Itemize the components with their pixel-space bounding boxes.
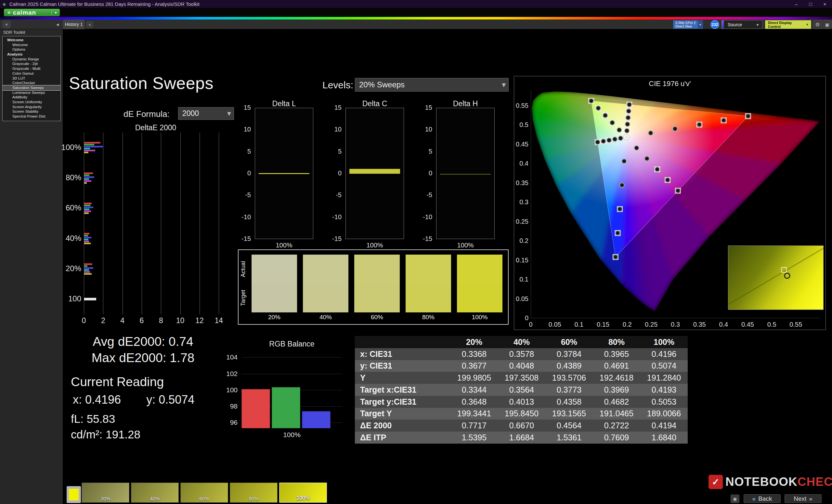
- cie-y-tick-label: 0.1: [500, 276, 528, 283]
- rgb-bar-blue: [302, 411, 331, 428]
- film-strip-patch-60%[interactable]: 60%: [180, 482, 228, 503]
- table-header-cell: 60%: [545, 336, 593, 348]
- cie-x-tick-label: 0.1: [569, 321, 589, 328]
- deltae-bar: [84, 146, 103, 147]
- source-dropdown-value: Source: [724, 22, 753, 27]
- cie-y-tick-label: 0.55: [500, 102, 528, 109]
- display-control-dropdown[interactable]: Direct Display Control ▾: [765, 20, 811, 29]
- sidebar-item-color-gamut[interactable]: Color Gamut: [3, 71, 60, 76]
- chevron-down-icon: ▾: [51, 10, 60, 15]
- sidebar-item-grayscale-multi[interactable]: Grayscale - Multi: [3, 66, 60, 71]
- levels-dropdown[interactable]: 20% Sweeps ▾: [355, 78, 509, 91]
- sidebar-item-screen-uniformity[interactable]: Screen Uniformity: [3, 100, 60, 105]
- sidebar-collapse-button[interactable]: ≡: [3, 21, 10, 28]
- de-formula-dropdown[interactable]: 2000 ▾: [178, 107, 234, 120]
- sidebar-item-analysis[interactable]: Analysis: [3, 52, 60, 57]
- rainbow-strip: [0, 17, 832, 20]
- sidebar-item-welcome[interactable]: Welcome: [3, 38, 60, 43]
- measurement-point: [617, 128, 621, 132]
- delta-h-y-tick-label: -15: [416, 235, 432, 243]
- table-cell: 0.3578: [498, 348, 545, 360]
- sidebar-item-dynamic-range[interactable]: Dynamic Range: [3, 57, 60, 62]
- sidebar-item-3d-lut[interactable]: 3D LUT: [3, 76, 60, 81]
- measurement-point: [595, 140, 600, 144]
- deltae-gridline: [103, 133, 103, 314]
- sidebar-item-screen-stability[interactable]: Screen Stability: [3, 109, 60, 114]
- saturation-swatch: [406, 255, 451, 312]
- add-tab-button[interactable]: +: [86, 22, 93, 28]
- deltae-bar: [84, 204, 90, 206]
- table-cell: 1.5361: [545, 431, 593, 444]
- menu-bar: ✳ calman ▾: [0, 8, 832, 17]
- film-strip-patch-100%[interactable]: 100%: [279, 482, 327, 503]
- film-strip-patch-20%[interactable]: 20%: [82, 482, 129, 503]
- deltae-bar: [84, 150, 95, 151]
- sidebar-item-luminance-sweeps[interactable]: Luminance Sweeps: [3, 90, 60, 95]
- calman-menu-button[interactable]: ✳ calman ▾: [4, 9, 60, 16]
- next-button[interactable]: Next »: [784, 494, 822, 503]
- measurement-point: [589, 99, 594, 103]
- sidebar-item-screen-angularity[interactable]: Screen Angularity: [3, 105, 60, 109]
- delta-h-y-tick-label: -10: [416, 213, 432, 221]
- tab-history-1[interactable]: History 1: [63, 20, 84, 29]
- rgb-y-tick-label: 96: [219, 419, 238, 426]
- measurement-point: [746, 114, 750, 118]
- sidebar-item-saturation-sweeps[interactable]: Saturation Sweeps: [3, 85, 60, 90]
- cie-x-tick-label: 0.3: [666, 321, 685, 328]
- table-header-cell: 100%: [640, 336, 688, 348]
- deltae-bar: [84, 211, 91, 212]
- meter-select-button[interactable]: X-Rite i1Pro 2 Direct View ▾: [673, 20, 703, 29]
- sidebar-item-welcome[interactable]: Welcome: [3, 43, 60, 48]
- table-cell: 0.3564: [498, 384, 545, 396]
- sidebar-item-spectral-power-dist-[interactable]: Spectral Power Dist.: [3, 114, 60, 119]
- cie-xlabels: 00.050.10.150.20.250.30.350.40.450.50.55: [531, 321, 820, 329]
- delta-l-y-tick-label: 5: [235, 148, 251, 155]
- layout-grid-button[interactable]: ▣: [823, 20, 831, 29]
- rgb-ylabels: 1041021009896: [218, 347, 239, 428]
- table-row-label: Y: [355, 372, 450, 384]
- maximize-button[interactable]: □: [803, 0, 818, 8]
- next-label: Next: [794, 495, 806, 502]
- film-strip-patch-80%[interactable]: 80%: [230, 482, 278, 503]
- cie-y-tick-label: 0.3: [500, 198, 528, 206]
- table-cell: 197.3508: [498, 372, 545, 384]
- sidebar-item-colorchecker[interactable]: ColorChecker: [3, 81, 60, 85]
- cie-y-tick-label: 0.45: [500, 141, 528, 148]
- target-row-label: Target: [240, 279, 247, 317]
- table-header-cell: 20%: [450, 336, 498, 348]
- cie-x-tick-label: 0.35: [690, 321, 709, 328]
- rgb-gridline: [241, 357, 342, 358]
- tab-scroll-left-icon[interactable]: ◀: [54, 21, 61, 28]
- deltae-bar: [84, 269, 89, 271]
- table-cell: 0.3773: [545, 384, 593, 396]
- back-button[interactable]: « Back: [744, 494, 781, 503]
- deltae-y-tick-label: 40%: [48, 234, 81, 243]
- close-button[interactable]: ×: [818, 0, 832, 8]
- deltae-y-tick-label: 20%: [48, 264, 81, 273]
- sidebar-item-grayscale-2pt[interactable]: Grayscale - 2pt: [3, 61, 60, 66]
- table-cell: 0.7717: [450, 420, 498, 431]
- cie-x-tick-label: 0.4: [714, 321, 733, 328]
- measurement-point: [613, 137, 617, 142]
- current-patch-color: [69, 489, 79, 500]
- deltae-chart-title: DeltaE 2000: [84, 123, 228, 132]
- layout-mode-button[interactable]: ▣: [731, 495, 739, 503]
- inset-marker-svg: [728, 246, 823, 309]
- deltae-gridline: [219, 133, 219, 314]
- film-strip-patch-40%[interactable]: 40%: [131, 482, 179, 503]
- measurement-point: [616, 231, 620, 235]
- inset-measurement-point: [784, 273, 790, 278]
- delta-c-xlabel: 100%: [345, 242, 404, 249]
- table-cell: 199.3441: [450, 408, 498, 420]
- settings-gear-button[interactable]: ⚙: [813, 20, 822, 29]
- meter-count-badge[interactable]: 232: [710, 20, 719, 29]
- deltae-x-tick-label: 12: [193, 316, 206, 325]
- sidebar-item-additivity[interactable]: Additivity: [3, 95, 60, 100]
- source-dropdown[interactable]: Source ▾: [722, 20, 762, 29]
- current-patch-tile[interactable]: [67, 486, 81, 503]
- sidebar-item-options[interactable]: Options: [3, 47, 60, 52]
- measurement-point: [697, 122, 702, 127]
- cie-x-tick-label: 0.15: [594, 321, 613, 328]
- minimize-button[interactable]: –: [789, 0, 803, 8]
- delta-l-plot: [255, 108, 313, 239]
